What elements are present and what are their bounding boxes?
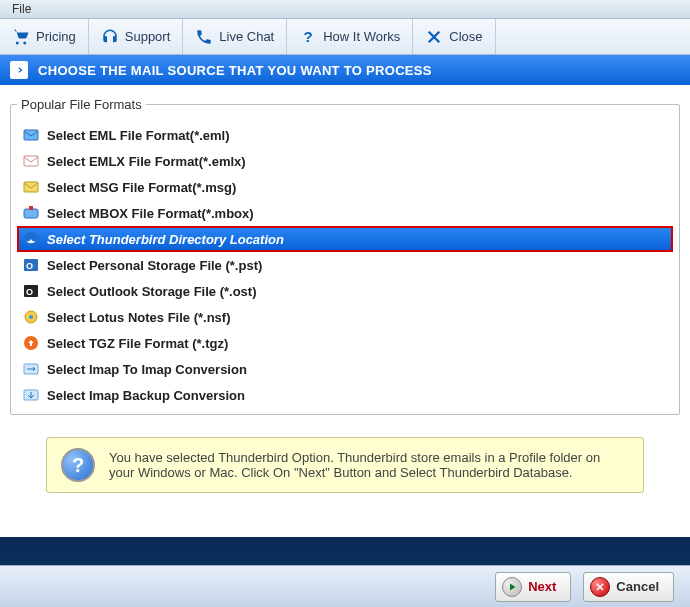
formats-group: Popular File Formats Select EML File For… — [10, 97, 680, 415]
format-item[interactable]: Select EMLX File Format(*.emlx) — [17, 148, 673, 174]
pricing-button[interactable]: Pricing — [0, 19, 89, 54]
support-label: Support — [125, 29, 171, 44]
close-icon — [425, 28, 443, 46]
footer: Next Cancel — [0, 565, 690, 607]
close-label: Close — [449, 29, 482, 44]
format-item-label: Select Imap To Imap Conversion — [47, 362, 247, 377]
pst-icon: O — [23, 257, 39, 273]
format-item-label: Select MBOX File Format(*.mbox) — [47, 206, 254, 221]
spacer-strip — [0, 537, 690, 565]
eml-icon — [23, 127, 39, 143]
livechat-label: Live Chat — [219, 29, 274, 44]
svg-rect-5 — [29, 206, 33, 210]
emlx-icon — [23, 153, 39, 169]
toolbar: Pricing Support Live Chat ? How It Works… — [0, 19, 690, 55]
support-button[interactable]: Support — [89, 19, 184, 54]
svg-text:?: ? — [304, 28, 313, 45]
question-icon: ? — [299, 28, 317, 46]
format-item-label: Select EMLX File Format(*.emlx) — [47, 154, 246, 169]
info-text: You have selected Thunderbird Option. Th… — [109, 450, 629, 480]
format-item[interactable]: OSelect Personal Storage File (*.pst) — [17, 252, 673, 278]
format-item-label: Select MSG File Format(*.msg) — [47, 180, 236, 195]
arrow-icon — [10, 61, 28, 79]
howitworks-label: How It Works — [323, 29, 400, 44]
svg-text:O: O — [26, 261, 33, 271]
format-item[interactable]: Select MSG File Format(*.msg) — [17, 174, 673, 200]
svg-rect-4 — [24, 209, 38, 218]
cancel-button[interactable]: Cancel — [583, 572, 674, 602]
info-box: ? You have selected Thunderbird Option. … — [46, 437, 644, 493]
next-label: Next — [528, 579, 556, 594]
format-item[interactable]: Select Thunderbird Directory Location — [17, 226, 673, 252]
play-icon — [502, 577, 522, 597]
nsf-icon — [23, 309, 39, 325]
format-item[interactable]: Select Imap Backup Conversion — [17, 382, 673, 408]
menubar: File — [0, 0, 690, 19]
ost-icon: O — [23, 283, 39, 299]
svg-rect-1 — [24, 130, 38, 140]
msg-icon — [23, 179, 39, 195]
imap-icon — [23, 361, 39, 377]
format-item[interactable]: Select EML File Format(*.eml) — [17, 122, 673, 148]
format-item[interactable]: Select MBOX File Format(*.mbox) — [17, 200, 673, 226]
format-item-label: Select Imap Backup Conversion — [47, 388, 245, 403]
svg-text:O: O — [26, 287, 33, 297]
formats-legend: Popular File Formats — [17, 97, 146, 112]
svg-rect-3 — [24, 182, 38, 192]
howitworks-button[interactable]: ? How It Works — [287, 19, 413, 54]
pricing-label: Pricing — [36, 29, 76, 44]
tgz-icon — [23, 335, 39, 351]
phone-icon — [195, 28, 213, 46]
mbox-icon — [23, 205, 39, 221]
cancel-label: Cancel — [616, 579, 659, 594]
banner-title: CHOOSE THE MAIL SOURCE THAT YOU WANT TO … — [38, 63, 432, 78]
svg-point-12 — [29, 315, 33, 319]
format-item-label: Select Lotus Notes File (*.nsf) — [47, 310, 230, 325]
cancel-icon — [590, 577, 610, 597]
imapb-icon — [23, 387, 39, 403]
menu-file[interactable]: File — [6, 0, 37, 18]
tb-icon — [23, 231, 39, 247]
next-button[interactable]: Next — [495, 572, 571, 602]
close-button[interactable]: Close — [413, 19, 495, 54]
format-item-label: Select Outlook Storage File (*.ost) — [47, 284, 256, 299]
banner: CHOOSE THE MAIL SOURCE THAT YOU WANT TO … — [0, 55, 690, 85]
content: Popular File Formats Select EML File For… — [0, 85, 690, 537]
format-item[interactable]: Select Imap To Imap Conversion — [17, 356, 673, 382]
format-item-label: Select EML File Format(*.eml) — [47, 128, 230, 143]
headset-icon — [101, 28, 119, 46]
info-question-icon: ? — [61, 448, 95, 482]
format-item-label: Select TGZ File Format (*.tgz) — [47, 336, 228, 351]
format-item[interactable]: Select TGZ File Format (*.tgz) — [17, 330, 673, 356]
livechat-button[interactable]: Live Chat — [183, 19, 287, 54]
cart-icon — [12, 28, 30, 46]
format-item[interactable]: OSelect Outlook Storage File (*.ost) — [17, 278, 673, 304]
format-item-label: Select Thunderbird Directory Location — [47, 232, 284, 247]
formats-list: Select EML File Format(*.eml)Select EMLX… — [17, 122, 673, 408]
format-item[interactable]: Select Lotus Notes File (*.nsf) — [17, 304, 673, 330]
svg-rect-2 — [24, 156, 38, 166]
format-item-label: Select Personal Storage File (*.pst) — [47, 258, 262, 273]
